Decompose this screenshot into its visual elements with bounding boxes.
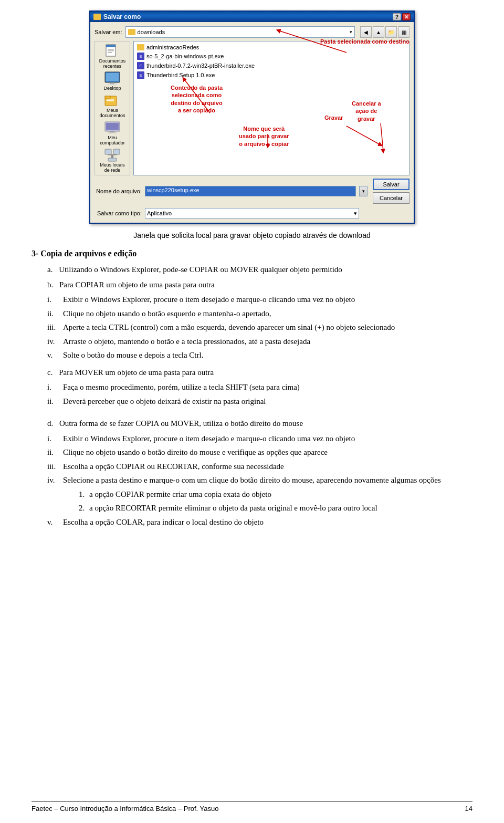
dialog-titlebar: Salvar como ? ✕ (90, 12, 414, 22)
svg-rect-6 (106, 73, 119, 81)
nav-recent-label: Documentos recentes (97, 58, 128, 69)
svg-rect-20 (111, 155, 113, 158)
view-button[interactable]: ▦ (398, 26, 410, 38)
filename-dropdown-arrow[interactable]: ▾ (359, 186, 368, 196)
list-c-item-1-text: Deverá perceber que o objeto deixará de … (63, 397, 266, 405)
item-c-title: c. Para MOVER um objeto de uma pasta par… (32, 367, 472, 379)
list-b-item-1-text: Clique no objeto usando o botão esquerdo… (63, 309, 271, 318)
svg-rect-17 (105, 149, 111, 154)
save-button[interactable]: Salvar (373, 179, 410, 190)
list-b-item-0-text: Exibir o Windows Explorer, procure o ite… (63, 295, 355, 304)
annot-pasta-selecionada: Pasta selecionada como destino (320, 38, 410, 45)
dialog-annotation-wrapper: Salvar como ? ✕ Salvar em: downloads (89, 11, 415, 224)
svg-rect-1 (106, 45, 116, 47)
svg-rect-16 (108, 132, 117, 133)
filename-input[interactable]: winscp220setup.exe (145, 186, 356, 196)
cancel-button[interactable]: Cancelar (373, 192, 410, 204)
back-button[interactable]: ◀ (360, 26, 372, 38)
list-c: Faça o mesmo procedimento, porém, utiliz… (47, 381, 472, 409)
annot-nome-arquivo: Nome que seráusado para gravaro arquivo … (239, 125, 289, 148)
file-name-2: thunderbird-0.7.2-win32-ptBR-installer.e… (146, 62, 255, 69)
folder-icon-0 (137, 44, 144, 50)
item-b-title-text: Para COPIAR um objeto de uma pasta para … (55, 280, 215, 289)
list-d-item-4-text: Escolha a opção COLAR, para indicar o lo… (63, 518, 264, 526)
caption: Janela que solicita local para gravar ob… (32, 231, 472, 239)
filetype-arrow-icon: ▾ (354, 210, 357, 217)
file-item-2[interactable]: E thunderbird-0.7.2-win32-ptBR-installer… (136, 61, 407, 70)
list-d-subitem-1-text: a opção RECORTAR permite eliminar o obje… (89, 504, 377, 512)
list-b-item-1: Clique no objeto usando o botão esquerdo… (47, 308, 472, 320)
item-a-text: Utilizando o Windows Explorer, pode-se C… (55, 265, 342, 274)
list-b-item-0: Exibir o Windows Explorer, procure o ite… (47, 294, 472, 306)
file-name-1: so-5_2-ga-bin-windows-pt.exe (146, 53, 224, 59)
filetype-row: Salvar como tipo: Aplicativo ▾ (94, 208, 410, 218)
save-in-dropdown[interactable]: downloads ▾ (125, 26, 355, 38)
file-item-1[interactable]: E so-5_2-ga-bin-windows-pt.exe (136, 52, 407, 60)
item-b-letter: b. (47, 280, 53, 289)
annot-gravar: Gravar (324, 114, 343, 121)
list-b-item-3-text: Arraste o objeto, mantendo o botão e a t… (63, 337, 310, 346)
network-icon (104, 148, 121, 162)
svg-rect-8 (108, 84, 117, 85)
dropdown-arrow-icon: ▾ (350, 29, 352, 35)
list-d-item-3-text: Selecione a pasta destino e marque-o com… (63, 476, 441, 484)
dialog-with-annots: Salvar como ? ✕ Salvar em: downloads (89, 11, 415, 224)
list-b-item-4: Solte o botão do mouse e depois a tecla … (47, 349, 472, 361)
nav-network[interactable]: Meus locais de rede (97, 148, 128, 173)
close-button[interactable]: ✕ (402, 13, 411, 20)
save-in-label: Salvar em: (94, 29, 122, 35)
item-d-letter: d. (47, 419, 53, 428)
svg-rect-2 (108, 49, 114, 50)
exe-icon-2: E (137, 62, 144, 69)
list-d-item-3: Selecione a pasta destino e marque-o com… (47, 474, 472, 514)
my-docs-icon (104, 93, 121, 108)
help-button[interactable]: ? (393, 13, 401, 20)
nav-mydocs-label: Meus documentos (97, 108, 128, 118)
svg-rect-11 (107, 99, 114, 100)
recent-docs-icon (104, 44, 121, 58)
list-c-item-1: Deverá perceber que o objeto deixará de … (47, 395, 472, 408)
footer: Faetec – Curso Introdução a Informática … (32, 801, 472, 812)
nav-desktop[interactable]: Desktop (97, 71, 128, 91)
footer-left: Faetec – Curso Introdução a Informática … (32, 805, 218, 812)
item-c-title-text: Para MOVER um objeto de uma pasta para o… (55, 368, 214, 377)
desktop-icon (104, 71, 121, 86)
titlebar-folder-icon (93, 14, 101, 20)
dialog-body: Salvar em: downloads ▾ ◀ ▲ 📁 ▦ (90, 22, 414, 223)
list-d-subitem-0-text: a opção COPIAR permite criar uma copia e… (89, 490, 271, 498)
up-button[interactable]: ▲ (373, 26, 384, 38)
svg-rect-4 (108, 52, 112, 53)
filetype-value: Aplicativo (147, 210, 172, 216)
svg-rect-3 (108, 50, 114, 51)
folder-icon (128, 29, 135, 35)
nav-my-docs[interactable]: Meus documentos (97, 93, 128, 118)
my-computer-icon (104, 120, 121, 135)
filetype-select[interactable]: Aplicativo ▾ (145, 208, 359, 218)
footer-right: 14 (465, 805, 472, 812)
nav-recent-docs[interactable]: Documentos recentes (97, 44, 128, 69)
file-item-3[interactable]: E Thunderbird Setup 1.0.exe (136, 71, 407, 79)
list-c-item-0: Faça o mesmo procedimento, porém, utiliz… (47, 381, 472, 393)
section3-heading: 3- Copia de arquivos e edição (32, 249, 472, 258)
list-d-item-1: Clique no objeto usando o botão direito … (47, 446, 472, 459)
nav-my-computer[interactable]: Meu computador (97, 120, 128, 145)
svg-rect-21 (108, 158, 117, 161)
list-d-item-0: Exibir o Windows Explorer, procure o ite… (47, 433, 472, 445)
exe-icon-3: E (137, 71, 144, 79)
file-name-3: Thunderbird Setup 1.0.exe (146, 72, 215, 78)
item-b-title: b. Para COPIAR um objeto de uma pasta pa… (32, 279, 472, 291)
save-in-row: Salvar em: downloads ▾ ◀ ▲ 📁 ▦ (94, 26, 410, 38)
item-a: a. Utilizando o Windows Explorer, pode-s… (32, 264, 472, 276)
save-in-value: downloads (138, 29, 165, 35)
titlebar-buttons: ? ✕ (393, 13, 411, 20)
nav-desktop-label: Desktop (103, 86, 121, 91)
list-d-subitem-1: a opção RECORTAR permite eliminar o obje… (79, 502, 472, 514)
toolbar-icons: ◀ ▲ 📁 ▦ (360, 26, 410, 38)
list-b-item-2-text: Aperte a tecla CTRL (control) com a mão … (63, 323, 395, 331)
list-d-item-4: Escolha a opção COLAR, para indicar o lo… (47, 516, 472, 528)
filename-row: Nome do arquivo: winscp220setup.exe ▾ Sa… (94, 179, 410, 204)
new-folder-button[interactable]: 📁 (385, 26, 397, 38)
dialog-titlebar-left: Salvar como (93, 13, 141, 20)
list-d-item-0-text: Exibir o Windows Explorer, procure o ite… (63, 434, 355, 443)
list-b: Exibir o Windows Explorer, procure o ite… (47, 294, 472, 363)
